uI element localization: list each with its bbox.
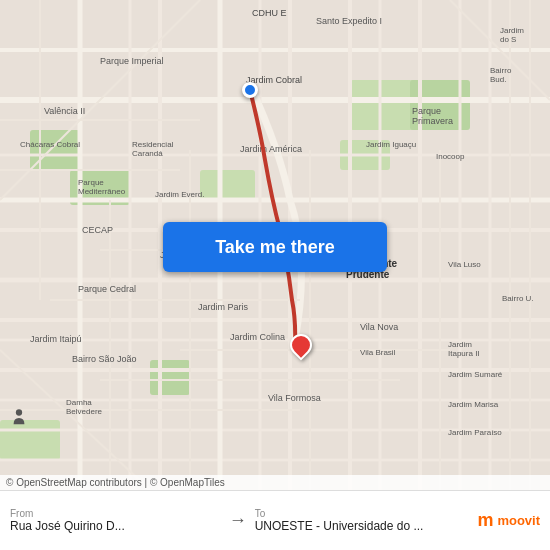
to-location: To UNOESTE - Universidade do ...	[255, 508, 466, 533]
destination-marker	[290, 334, 312, 364]
moovit-logo: m moovit	[477, 510, 540, 531]
to-value: UNOESTE - Universidade do ...	[255, 519, 466, 533]
take-me-there-label: Take me there	[215, 237, 335, 258]
moovit-brand-text: moovit	[497, 513, 540, 528]
direction-arrow: →	[229, 510, 247, 531]
svg-point-48	[16, 409, 22, 415]
svg-rect-0	[30, 130, 80, 170]
svg-rect-6	[150, 360, 190, 395]
from-value: Rua José Quirino D...	[10, 519, 221, 533]
attribution-text: © OpenStreetMap contributors | © OpenMap…	[6, 477, 225, 488]
svg-rect-5	[0, 420, 60, 460]
bottom-navigation-bar: From Rua José Quirino D... → To UNOESTE …	[0, 490, 550, 550]
map-container: CDHU E Santo Expedito I Jardimdo S Parqu…	[0, 0, 550, 490]
origin-marker	[242, 82, 258, 98]
svg-rect-3	[350, 80, 420, 130]
from-location: From Rua José Quirino D...	[10, 508, 221, 533]
to-label: To	[255, 508, 466, 519]
person-icon	[10, 408, 30, 428]
from-label: From	[10, 508, 221, 519]
arrow-icon: →	[229, 510, 247, 530]
moovit-m-icon: m	[477, 510, 493, 531]
dest-pin-shape	[285, 329, 316, 360]
map-attribution: © OpenStreetMap contributors | © OpenMap…	[0, 475, 550, 490]
svg-rect-2	[200, 170, 255, 200]
take-me-there-button[interactable]: Take me there	[163, 222, 387, 272]
